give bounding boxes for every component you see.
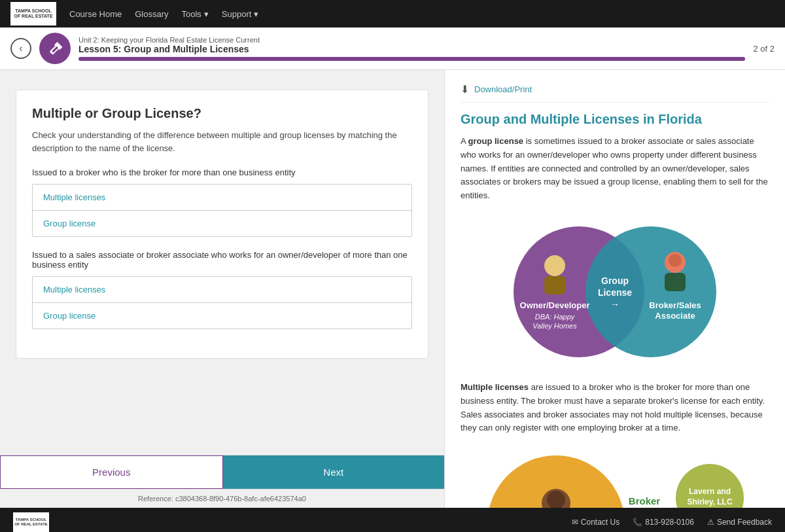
right-panel-title: Group and Multiple Licenses in Florida [461, 112, 769, 127]
download-icon: ⬇ [461, 83, 469, 96]
footer-links: ✉ Contact Us 📞 813-928-0106 ⚠ Send Feedb… [572, 518, 772, 527]
multiple-license-text: Multiple licenses are issued to a broker… [461, 381, 769, 435]
footer-logo: TAMPA SCHOOLOF REAL ESTATE [13, 512, 49, 532]
q2-multiple-option[interactable]: Multiple licenses [33, 277, 411, 303]
hammer-icon [47, 41, 63, 56]
quiz-card: Multiple or Group License? Check your un… [16, 90, 428, 359]
svg-text:Owner/Developer: Owner/Developer [520, 300, 590, 310]
multiple-licenses-diagram: Broker Broker License #1 Lavern and Shir… [478, 446, 752, 508]
q1-multiple-option[interactable]: Multiple licenses [33, 185, 411, 211]
svg-point-8 [544, 255, 565, 276]
svg-text:Associate: Associate [655, 311, 695, 321]
svg-text:License: License [598, 287, 632, 298]
left-content: Multiple or Group License? Check your un… [0, 70, 444, 455]
right-panel: ⬇ Download/Print Group and Multiple Lice… [445, 70, 785, 508]
svg-text:Broker: Broker [629, 495, 661, 506]
svg-text:DBA: Happy: DBA: Happy [535, 313, 576, 321]
navigation-buttons: Previous Next [0, 455, 444, 489]
question-2-options: Multiple licenses Group license [32, 276, 412, 329]
mail-icon: ✉ [572, 518, 578, 527]
broker-licenses-diagram: Broker Broker License #1 Lavern and Shir… [461, 446, 769, 508]
lesson-info: Unit 2: Keeping your Florida Real Estate… [78, 36, 745, 61]
quiz-instruction: Check your understanding of the differen… [32, 129, 412, 154]
lesson-icon [39, 33, 71, 64]
feedback-link[interactable]: ⚠ Send Feedback [707, 518, 772, 527]
main-layout: Multiple or Group License? Check your un… [0, 70, 785, 508]
svg-text:Lavern and: Lavern and [689, 487, 731, 496]
logo: TAMPA SCHOOLOF REAL ESTATE [10, 2, 56, 26]
alert-icon: ⚠ [707, 518, 714, 527]
download-print-link[interactable]: Download/Print [474, 84, 532, 94]
progress-bar-fill [78, 57, 745, 61]
left-panel: Multiple or Group License? Check your un… [0, 70, 445, 508]
previous-button[interactable]: Previous [0, 455, 223, 489]
q2-group-option[interactable]: Group license [33, 303, 411, 328]
svg-text:Group: Group [601, 275, 629, 286]
svg-text:Shirley, LLC: Shirley, LLC [687, 497, 732, 506]
reference-bar: Reference: c3804368-8f90-476b-8afc-afe64… [0, 489, 444, 508]
next-button[interactable]: Next [223, 455, 445, 489]
venn-diagram-group: Group License → Owner/Developer DBA: Hap… [461, 213, 769, 370]
svg-text:License #1: License #1 [619, 507, 670, 508]
contact-link[interactable]: ✉ Contact Us [572, 518, 619, 527]
lesson-title: Lesson 5: Group and Multiple Licenses [78, 44, 745, 54]
footer: TAMPA SCHOOLOF REAL ESTATE ✉ Contact Us … [0, 508, 785, 532]
svg-rect-9 [544, 276, 565, 294]
group-license-term: group license [468, 136, 524, 146]
progress-bar-container [78, 57, 745, 61]
lesson-count: 2 of 2 [753, 44, 775, 54]
question-1-label: Issued to a broker who is the broker for… [32, 168, 412, 177]
group-license-text: A group license is sometimes issued to a… [461, 135, 769, 203]
nav-tools[interactable]: Tools ▾ [182, 9, 209, 19]
group-license-diagram: Group License → Owner/Developer DBA: Hap… [478, 213, 752, 370]
top-navigation: TAMPA SCHOOLOF REAL ESTATE Course Home G… [0, 0, 785, 27]
lesson-unit: Unit 2: Keeping your Florida Real Estate… [78, 36, 745, 44]
phone-link[interactable]: 📞 813-928-0106 [633, 518, 694, 527]
svg-point-13 [669, 254, 682, 267]
q1-group-option[interactable]: Group license [33, 211, 411, 236]
svg-text:Broker/Sales: Broker/Sales [649, 300, 701, 310]
svg-text:Valley Homes: Valley Homes [532, 322, 577, 330]
lesson-header: ‹ Unit 2: Keeping your Florida Real Esta… [0, 27, 785, 70]
quiz-title: Multiple or Group License? [32, 106, 412, 121]
nav-support[interactable]: Support ▾ [222, 9, 259, 19]
back-button[interactable]: ‹ [10, 38, 31, 59]
nav-course-home[interactable]: Course Home [69, 9, 122, 19]
phone-icon: 📞 [633, 518, 642, 527]
multiple-license-term: Multiple licenses [461, 382, 529, 392]
nav-glossary[interactable]: Glossary [135, 9, 168, 19]
question-1-options: Multiple licenses Group license [32, 184, 412, 237]
download-bar: ⬇ Download/Print [461, 83, 769, 103]
svg-text:→: → [610, 299, 619, 310]
question-2-label: Issued to a sales associate or broker as… [32, 250, 412, 270]
svg-rect-14 [665, 273, 686, 291]
